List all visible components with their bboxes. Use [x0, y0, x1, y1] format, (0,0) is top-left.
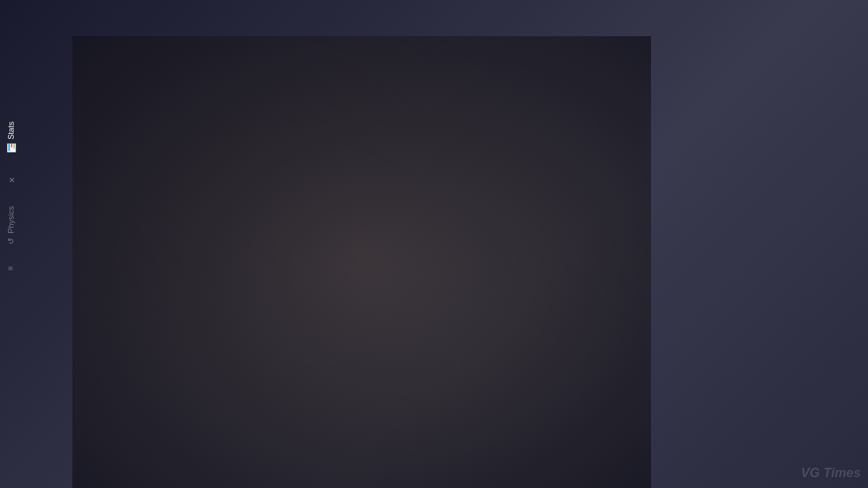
physics-icon: ↺ — [6, 238, 15, 244]
side-tab-cross[interactable]: ✕ — [6, 175, 15, 184]
extra-icon: ≡ — [6, 266, 14, 270]
stats-icon: 📊 — [6, 144, 15, 153]
side-tab-physics[interactable]: ↺ Physics — [6, 206, 15, 244]
side-tab-extra[interactable]: ≡ — [6, 266, 14, 270]
side-tab-stats[interactable]: 📊 Stats — [6, 121, 15, 153]
cross-icon: ✕ — [6, 175, 15, 184]
vg-times-watermark: VG Times — [801, 466, 861, 481]
